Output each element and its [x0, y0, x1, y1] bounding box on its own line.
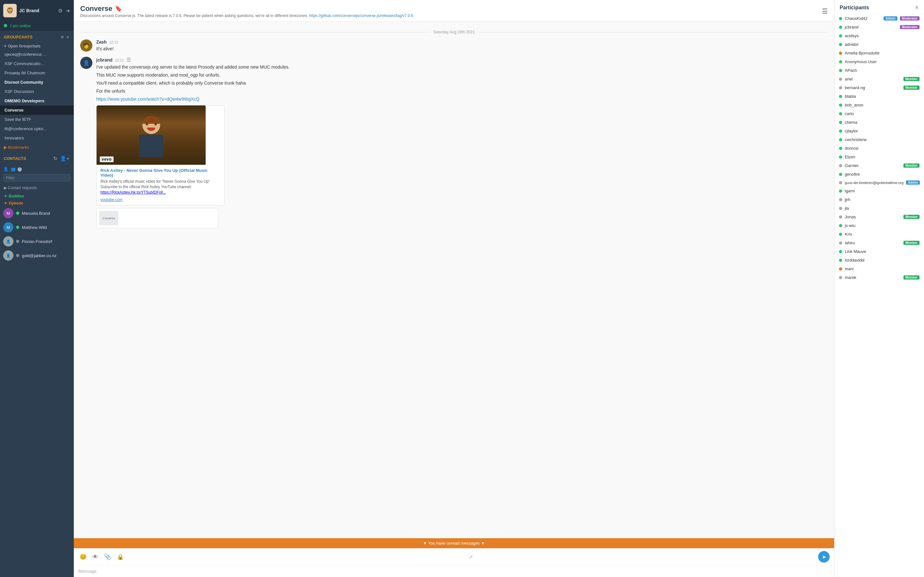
chat-title-area: Converse 🔖 Discussions around Converse.j…: [80, 5, 413, 18]
encryption-button[interactable]: 🔒: [115, 553, 125, 561]
participant-item[interactable]: dorirosi: [835, 144, 924, 153]
send-button[interactable]: ➤: [818, 551, 830, 562]
participant-item[interactable]: jcbrand Moderator: [835, 23, 924, 31]
groupchat-item-converse[interactable]: Converse: [0, 105, 74, 115]
release-link[interactable]: https://github.com/conversejs/converse.j…: [309, 13, 413, 18]
buddies-label: ▼ Buddies: [4, 194, 24, 198]
expand-button[interactable]: ⤢: [469, 554, 473, 559]
participant-item[interactable]: Anonymous User: [835, 57, 924, 66]
contact-item[interactable]: 👤 Florian Friesdorf: [0, 234, 74, 248]
bookmark-icon[interactable]: 🔖: [115, 5, 122, 12]
status-bar[interactable]: I am online: [0, 21, 74, 31]
groupchat-item[interactable]: ojeceq@conference.…: [0, 50, 74, 59]
participant-item[interactable]: carlo: [835, 109, 924, 118]
participant-item[interactable]: jjrh: [835, 195, 924, 204]
contacts-add-btn[interactable]: 👤+: [59, 155, 70, 162]
contact-status-icon[interactable]: ⬤: [17, 167, 22, 171]
contact-item[interactable]: M Matthew Wild: [0, 220, 74, 234]
bookmarks-row[interactable]: ▶ Bookmarks: [0, 143, 74, 152]
participant-status-dot: [839, 69, 842, 72]
contact-item[interactable]: 👤 gold@jabber.co.nz: [0, 248, 74, 263]
groupchat-item[interactable]: OMEMO Developers: [0, 96, 74, 105]
participant-name: Jonas: [845, 214, 901, 219]
message-actions-icon[interactable]: ☰: [126, 57, 131, 63]
participant-item[interactable]: marc: [835, 264, 924, 273]
open-groupchats-header[interactable]: Open Groupchats: [0, 42, 74, 50]
participant-item[interactable]: acidsys: [835, 31, 924, 40]
youtube-link[interactable]: https://www.youtube.com/watch?v=dQw4w9Wg…: [96, 97, 200, 102]
groupchat-item[interactable]: Prosødy IM Chatroom: [0, 68, 74, 77]
contact-item[interactable]: M Manuela Brand: [0, 206, 74, 220]
participant-item[interactable]: Elzen: [835, 153, 924, 161]
open-groupchats-triangle: [4, 45, 6, 47]
hamburger-button[interactable]: ☰: [822, 7, 828, 15]
spoiler-button[interactable]: 👁: [91, 553, 99, 561]
contact-avatar: M: [3, 208, 13, 218]
participant-item[interactable]: adnidor: [835, 40, 924, 49]
groupchat-item[interactable]: Disroot Community: [0, 77, 74, 87]
groupchat-item[interactable]: XSF Discussion: [0, 87, 74, 96]
emoji-button[interactable]: 😊: [78, 553, 88, 561]
participant-item[interactable]: cwchristerw: [835, 135, 924, 144]
date-divider-text: Saturday Aug 28th 2021: [433, 30, 475, 34]
participant-status-dot: [839, 233, 842, 236]
contacts-filter-input[interactable]: [3, 174, 71, 182]
participant-item[interactable]: Jonas Member: [835, 213, 924, 221]
groupchats-list-btn[interactable]: ≡: [60, 34, 64, 41]
participant-item[interactable]: lorddavidiii: [835, 256, 924, 264]
participant-item[interactable]: genofire: [835, 170, 924, 179]
participant-item[interactable]: marek Member: [835, 273, 924, 282]
logout-button[interactable]: ➜: [65, 7, 71, 15]
participants-close-button[interactable]: ✕: [915, 5, 919, 11]
yt-sub-link[interactable]: https://RickAstley.lnk.to/YTSubIDFoll...: [100, 190, 166, 195]
unread-messages-banner[interactable]: ▼ You have unread messages ▼: [74, 538, 834, 548]
participant-name: acidsys: [845, 33, 919, 38]
participant-item[interactable]: Kris: [835, 230, 924, 239]
participant-item[interactable]: cjtaylor: [835, 127, 924, 135]
participant-item[interactable]: igami: [835, 187, 924, 195]
contact-status-dot: [16, 211, 19, 215]
participant-status-dot: [839, 259, 842, 262]
participant-name: Garnier: [845, 163, 901, 168]
contact-requests-item[interactable]: ▶ Contact requests: [0, 183, 74, 192]
participant-status-dot: [839, 207, 842, 210]
opkode-group[interactable]: ▼ Opkode: [0, 199, 74, 206]
participant-item[interactable]: lahiru Member: [835, 239, 924, 247]
message-time: 22:12: [110, 40, 118, 44]
participant-name: cjtaylor: [845, 129, 919, 133]
groupchat-item[interactable]: ttt@conference.opko…: [0, 124, 74, 133]
contacts-refresh-btn[interactable]: ↻: [53, 155, 58, 162]
groupchat-item[interactable]: XSF Communicatio…: [0, 59, 74, 68]
link-preview-url[interactable]: youtube.com: [100, 197, 123, 202]
groupchat-item[interactable]: Save the IETF: [0, 115, 74, 124]
link-preview-title: Rick Astley - Never Gonna Give You Up (O…: [100, 168, 220, 177]
participant-item[interactable]: chema: [835, 118, 924, 127]
participant-item[interactable]: ariel Member: [835, 75, 924, 83]
participant-name: blabla: [845, 94, 919, 99]
participant-item[interactable]: blabla: [835, 92, 924, 101]
buddies-group[interactable]: ▼ Buddies: [0, 192, 74, 199]
contact-group-icon[interactable]: 👥: [10, 167, 15, 171]
message-avatar: 🧑: [80, 39, 92, 52]
participant-item[interactable]: bernard-ng Member: [835, 83, 924, 92]
settings-button[interactable]: ⚙: [57, 7, 63, 15]
participant-item[interactable]: Link Mauve: [835, 247, 924, 256]
contact-name: Matthew Wild: [22, 225, 47, 230]
participant-item[interactable]: ChaosKid42 Admin Moderator: [835, 14, 924, 23]
participant-item[interactable]: bob_anon: [835, 101, 924, 109]
participant-item[interactable]: guus.der.kinderen@igniterealtime.org Adm…: [835, 179, 924, 187]
participant-item[interactable]: jla: [835, 204, 924, 213]
participant-item[interactable]: js-wiu: [835, 221, 924, 230]
participant-item[interactable]: Amelia Bjornsdottir: [835, 49, 924, 57]
message-input[interactable]: [74, 566, 834, 577]
groupchats-add-btn[interactable]: +: [66, 34, 70, 41]
contact-status-dot: [16, 240, 19, 243]
participant-member-badge: Member: [903, 85, 919, 90]
contact-individual-icon[interactable]: 👤: [3, 167, 8, 171]
participant-item[interactable]: APach: [835, 66, 924, 75]
groupchat-item[interactable]: Innovators: [0, 133, 74, 143]
participant-status-dot: [839, 173, 842, 176]
participant-name: bernard-ng: [845, 85, 901, 90]
attachment-button[interactable]: 📎: [103, 553, 112, 561]
participant-item[interactable]: Garnier Member: [835, 161, 924, 170]
